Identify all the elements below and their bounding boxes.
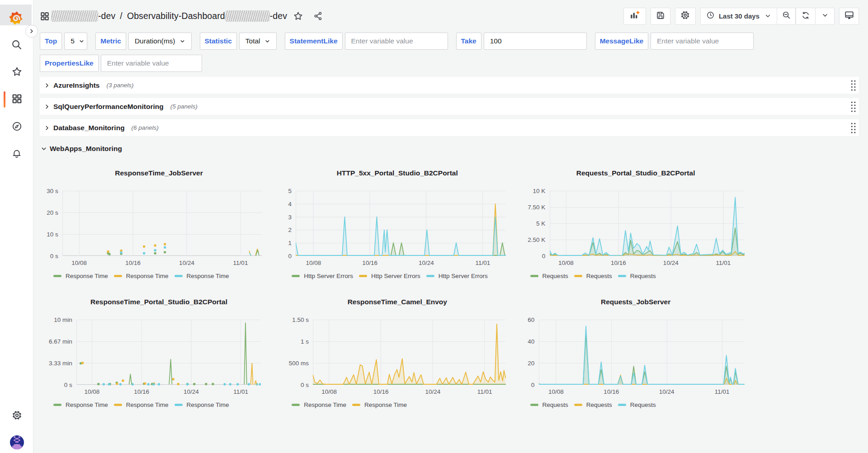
refresh-icon [801,11,810,22]
legend-swatch [359,275,367,277]
variable-messagelike-input[interactable] [651,33,754,50]
sidebar-item-alerting[interactable] [0,144,33,164]
x-axis-label: 10/16 [362,260,377,266]
tv-mode-button[interactable] [839,8,859,25]
row-webapps-monitoring[interactable]: WebApps_Monitoring [40,143,859,154]
variable-metric-select[interactable]: Duration(ms) [128,33,192,50]
legend-label: Http Server Errors [439,273,488,279]
legend-swatch [114,275,122,277]
x-axis-label: 10/24 [184,388,199,395]
variable-messagelike-label: MessageLike [595,33,649,50]
time-zoom-out-button[interactable] [777,8,795,24]
legend-item[interactable]: Http Server Errors [359,273,420,279]
plot-area[interactable] [313,320,505,386]
variables-row-1: Top 5 Metric Duration(ms) Statistic Tota… [33,33,868,50]
y-axis-label: 6.67 min [49,338,72,345]
panel-ResponseTime_Portal_Studio_B2CPortal: ResponseTime_Portal_Studio_B2CPortal0 s3… [40,294,278,412]
sidebar-item-settings[interactable] [0,406,33,426]
chevron-down-icon [764,13,771,19]
legend-item[interactable]: Requests [618,273,656,279]
add-panel-button[interactable] [623,8,646,25]
legend-item[interactable]: Response Time [175,401,229,408]
breadcrumb-dashboard-suffix[interactable]: -dev [270,11,287,21]
variable-statistic: Statistic Total [200,33,277,50]
legend-label: Requests [586,401,612,408]
legend-label: Response Time [304,401,346,408]
panel-title[interactable]: ResponseTime_Camel_Envoy [278,298,516,306]
x-axis-label: 10/08 [558,260,574,266]
legend-item[interactable]: Response Time [53,273,108,279]
legend-item[interactable]: Response Time [175,273,229,279]
sidebar-expand-button[interactable] [25,25,38,38]
row-drag-handle[interactable] [850,122,857,134]
grafana-logo[interactable] [0,5,32,25]
save-dashboard-button[interactable] [651,8,670,25]
row-drag-handle[interactable] [850,80,857,91]
legend-item[interactable]: Response Time [352,401,407,408]
legend-swatch [574,404,582,406]
gear-icon [11,410,23,423]
panel-title[interactable]: Requests_JobServer [517,298,755,306]
sidebar-item-dashboards[interactable] [0,90,33,109]
legend-item[interactable]: Response Time [114,273,169,279]
plot-area[interactable] [550,191,745,257]
legend-item[interactable]: Requests [530,401,568,408]
breadcrumb-dashboard-name[interactable]: Observability-Dashboard [127,11,225,21]
variable-statistic-select[interactable]: Total [239,33,277,50]
row-title[interactable]: WebApps_Monitoring [50,145,122,153]
dashboard-settings-button[interactable] [675,8,696,25]
sidebar-item-search[interactable] [0,36,33,56]
legend-label: Http Server Errors [304,273,353,279]
legend-swatch [175,275,183,277]
legend-label: Response Time [187,273,229,279]
plot-area[interactable] [76,320,261,386]
row-azureinsights[interactable]: AzureInsights (3 panels) [40,77,859,94]
share-dashboard-button[interactable] [313,11,323,21]
star-dashboard-button[interactable] [293,11,303,21]
refresh-button[interactable] [796,8,815,24]
row-drag-handle[interactable] [850,101,857,113]
panel-title[interactable]: ResponseTime_Portal_Studio_B2CPortal [40,298,278,306]
legend-item[interactable]: Response Time [53,401,108,408]
variable-propertieslike: PropertiesLike [40,55,202,72]
sidebar-item-explore[interactable] [0,117,33,137]
panel-legend: Http Server ErrorsHttp Server ErrorsHttp… [292,273,516,279]
breadcrumb-folder-suffix[interactable]: -dev [98,11,115,21]
refresh-interval-button[interactable] [815,8,834,24]
panel-title[interactable]: HTTP_5xx_Portal_Studio_B2CPortal [278,169,516,177]
chevron-right-icon [44,82,50,89]
chevron-down-icon [179,38,185,44]
row-title[interactable]: SqlQueryPerformanceMonitoring [53,103,164,111]
legend-item[interactable]: Requests [618,401,656,408]
save-icon [656,10,665,22]
panel-legend: Response TimeResponse TimeResponse Time [53,273,278,279]
legend-item[interactable]: Requests [574,273,612,279]
panel-title[interactable]: ResponseTime_JobServer [40,169,278,177]
y-axis-label: 30 s [47,188,58,194]
legend-item[interactable]: Requests [530,273,568,279]
row-database-monitoring[interactable]: Database_Monitoring (6 panels) [40,119,859,136]
sidebar-item-starred[interactable] [0,62,33,82]
y-axis-label: 5 K [536,220,545,227]
panel-title[interactable]: Requests_Portal_Studio_B2CPortal [517,169,755,177]
row-title[interactable]: Database_Monitoring [53,124,125,132]
plot-area[interactable] [539,320,745,386]
variable-take-input[interactable] [484,33,587,50]
sidebar-item-profile[interactable] [0,433,33,453]
plot-area[interactable] [62,191,262,257]
y-axis-label: 2 [288,226,292,233]
variable-top-select[interactable]: 5 [64,33,87,50]
legend-item[interactable]: Http Server Errors [426,273,488,279]
plot-area[interactable] [296,191,505,257]
legend-item[interactable]: Response Time [292,401,346,408]
variable-propertieslike-input[interactable] [101,55,202,72]
x-axis-label: 10/16 [604,388,619,395]
legend-item[interactable]: Requests [574,401,612,408]
row-title[interactable]: AzureInsights [53,81,99,90]
time-picker-button[interactable]: Last 30 days [701,8,777,24]
variable-statementlike-input[interactable] [345,33,448,50]
legend-swatch [53,275,61,277]
legend-item[interactable]: Http Server Errors [292,273,353,279]
legend-item[interactable]: Response Time [114,401,169,408]
row-sqlqueryperformancemonitoring[interactable]: SqlQueryPerformanceMonitoring (5 panels) [40,98,859,115]
